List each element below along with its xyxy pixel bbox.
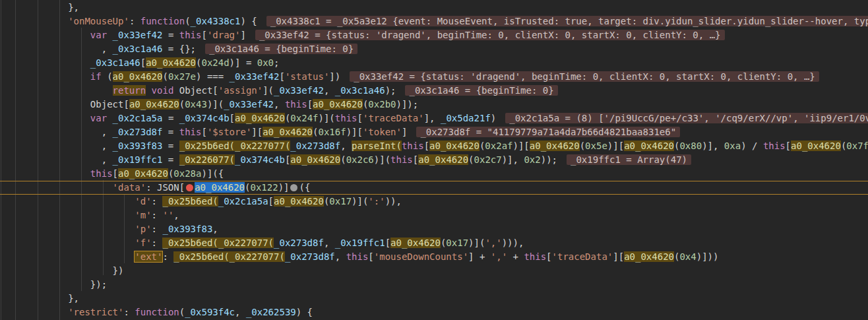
code-line[interactable]: _0x3c1a46[a0_0x4620(0x24d)] = 0x0; bbox=[1, 56, 280, 70]
code-line[interactable]: 'ext': _0x25b6ed(_0x227077(_0x273d8f, th… bbox=[1, 250, 718, 264]
code-token: 0x2b0 bbox=[368, 99, 396, 110]
code-token: 'traceData' bbox=[363, 113, 424, 123]
code-token: a0_0x4620 bbox=[313, 99, 363, 110]
code-token: )]({ bbox=[201, 168, 224, 179]
code-token: [ bbox=[279, 71, 284, 82]
code-line[interactable]: , _0x393f83 = _0x25b6ed(_0x227077(_0x273… bbox=[1, 139, 868, 153]
code-line[interactable]: return void Object['assign'](_0x33ef42, … bbox=[1, 84, 558, 98]
code-token: ( bbox=[162, 71, 168, 82]
code-token: [ bbox=[140, 57, 146, 68]
code-line[interactable]: 'data': JSON[a0_0x4620(0x122)]({ bbox=[1, 181, 310, 195]
code-token: this bbox=[335, 113, 357, 123]
code-token: a0_0x4620 bbox=[624, 251, 674, 262]
code-line[interactable]: }); bbox=[1, 278, 107, 292]
code-token: = bbox=[162, 141, 179, 151]
code-token: : bbox=[123, 307, 135, 317]
code-line[interactable]: 'p': _0x393f83, bbox=[1, 222, 218, 236]
code-token: }, bbox=[68, 2, 79, 13]
code-token: _0x25b6ed( bbox=[162, 238, 218, 248]
code-token: this bbox=[179, 30, 202, 40]
code-token: ( bbox=[102, 71, 113, 82]
code-line[interactable]: }, bbox=[1, 1, 79, 15]
debug-inline-value: _0x33ef42 = {status: 'dragend', beginTim… bbox=[350, 71, 819, 82]
debug-inline-value: _0x4338c1 = _0x5a3e12 {event: MouseEvent… bbox=[266, 16, 868, 26]
code-token: [ bbox=[201, 127, 206, 137]
code-token: )]( bbox=[374, 154, 390, 165]
code-token: )][ bbox=[607, 141, 624, 151]
code-token: , bbox=[335, 251, 346, 262]
code-editor[interactable]: }, 'onMouseUp': function(_0x4338c1) {_0x… bbox=[0, 0, 868, 320]
code-line[interactable]: 'f': _0x25b6ed(_0x227077(_0x273d8f, _0x1… bbox=[1, 236, 524, 250]
code-token: function bbox=[135, 307, 179, 317]
code-token: ({ bbox=[299, 182, 310, 193]
code-token: a0_0x4620 bbox=[624, 141, 674, 151]
code-token: ); bbox=[385, 85, 396, 96]
code-token: 0x122 bbox=[250, 182, 278, 193]
code-token: 0x7f bbox=[846, 141, 868, 151]
code-token: 0x2c7 bbox=[474, 154, 502, 165]
code-token: 0x16f bbox=[318, 127, 346, 137]
code-token: )]( bbox=[352, 196, 368, 207]
code-token: this bbox=[90, 168, 113, 179]
code-token: : bbox=[152, 210, 163, 220]
code-line[interactable]: this[a0_0x4620(0x28a)]({ bbox=[1, 167, 224, 181]
code-token: _0x2c1a5a bbox=[218, 196, 268, 207]
indent-whitespace bbox=[1, 307, 68, 317]
code-token: 'm' bbox=[135, 210, 151, 220]
code-token: 'p' bbox=[135, 224, 151, 234]
code-token: ) bbox=[491, 113, 496, 123]
code-token: 'ext' bbox=[135, 251, 162, 262]
code-token: _0x3c1a46 bbox=[335, 85, 385, 96]
code-token: _0x227077( bbox=[235, 141, 290, 151]
code-token: 0xa bbox=[724, 141, 741, 151]
indent-whitespace bbox=[1, 293, 68, 304]
indent-whitespace bbox=[1, 127, 102, 137]
code-token: a0_0x4620 bbox=[118, 168, 168, 179]
indent-whitespace bbox=[1, 279, 90, 290]
code-line[interactable]: , _0x273d8f = this['$store'][a0_0x4620(0… bbox=[1, 125, 680, 139]
code-line[interactable]: 'd': _0x25b6ed(_0x2c1a5a[a0_0x4620(0x17)… bbox=[1, 195, 402, 208]
indent-whitespace bbox=[1, 85, 113, 96]
code-token: 0x28a bbox=[173, 168, 201, 179]
code-line[interactable]: 'restrict': function(_0x593f4c, _0x26253… bbox=[1, 305, 313, 319]
code-token: = bbox=[162, 113, 179, 123]
debug-inline-value: _0x3c1a46 = {beginTime: 0} bbox=[205, 44, 357, 54]
inline-breakpoint-gray-icon[interactable] bbox=[290, 184, 297, 191]
indent-whitespace bbox=[1, 57, 90, 68]
indent-whitespace bbox=[1, 30, 90, 40]
indent-whitespace bbox=[1, 16, 68, 26]
code-token: ( bbox=[185, 16, 190, 26]
code-token bbox=[146, 85, 151, 96]
indent-whitespace bbox=[1, 154, 102, 165]
code-token: [ bbox=[786, 141, 791, 151]
code-line[interactable]: var _0x33ef42 = this['drag']_0x33ef42 = … bbox=[1, 28, 725, 42]
code-token: _0x33ef42 bbox=[230, 71, 280, 82]
code-token: 'traceData' bbox=[552, 251, 613, 262]
code-line[interactable]: if (a0_0x4620(0x27e) === _0x33ef42['stat… bbox=[1, 70, 819, 84]
code-line[interactable]: Object[a0_0x4620(0x43)](_0x33ef42, this[… bbox=[1, 98, 418, 112]
code-token: + bbox=[507, 251, 524, 262]
code-token: 'mouseDownCounts' bbox=[374, 251, 468, 262]
code-line[interactable]: 'onMouseUp': function(_0x4338c1) {_0x433… bbox=[1, 15, 868, 28]
code-line[interactable]: 'm': '', bbox=[1, 208, 179, 222]
debug-inline-value: _0x3c1a46 = {beginTime: 0} bbox=[405, 85, 557, 96]
code-token: ] bbox=[402, 127, 407, 137]
code-token: 'assign' bbox=[218, 85, 263, 96]
code-line[interactable]: }, bbox=[1, 292, 79, 305]
code-token: = {}; bbox=[162, 44, 196, 54]
code-token: 0x27e bbox=[168, 71, 196, 82]
inline-breakpoint-red-icon[interactable] bbox=[186, 184, 193, 191]
indent-whitespace bbox=[1, 71, 90, 82]
code-line[interactable]: var _0x2c1a5a = _0x374c4b[a0_0x4620(0x24… bbox=[1, 112, 868, 125]
code-token: a0_0x4620 bbox=[274, 196, 324, 207]
code-token: _0x273d8f bbox=[290, 141, 340, 151]
code-token: ',' bbox=[491, 251, 507, 262]
code-line[interactable]: , _0x3c1a46 = {};_0x3c1a46 = {beginTime:… bbox=[1, 42, 357, 56]
code-line[interactable]: }) bbox=[1, 264, 123, 278]
debug-inline-value: _0x33ef42 = {status: 'dragend', beginTim… bbox=[255, 30, 725, 40]
code-token: : JSON[ bbox=[146, 182, 185, 193]
code-token: 0x5e bbox=[585, 141, 607, 151]
code-token: 0x24f bbox=[290, 113, 318, 123]
code-token: 'restrict' bbox=[68, 307, 123, 317]
code-line[interactable]: , _0x19ffc1 = _0x226077(_0x374c4b[a0_0x4… bbox=[1, 153, 691, 167]
